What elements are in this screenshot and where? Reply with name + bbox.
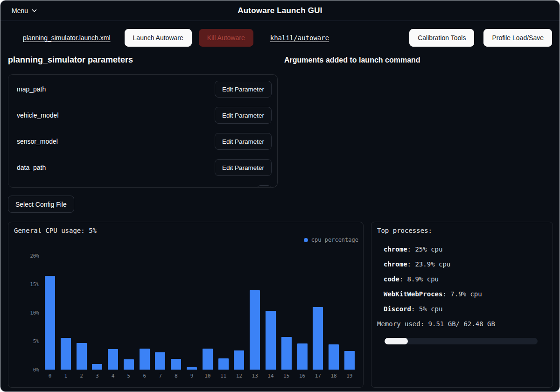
cpu-bar-column: 15 bbox=[281, 256, 292, 370]
parameter-row: sensor_model Edit Parameter bbox=[8, 128, 277, 154]
cpu-bar bbox=[77, 343, 87, 370]
x-axis-tick-label: 7 bbox=[159, 373, 162, 379]
process-item: WebKitWebProces: 7.9% cpu bbox=[384, 287, 547, 301]
parameter-row: data_path Edit Parameter bbox=[8, 154, 277, 181]
process-item: code: 8.9% cpu bbox=[384, 272, 547, 287]
process-detail: : 25% cpu bbox=[407, 245, 443, 253]
cpu-bar bbox=[61, 338, 71, 370]
arguments-section-title: Arguments added to launch command bbox=[284, 56, 420, 64]
cpu-bar bbox=[281, 337, 292, 370]
toolbar: planning_simulator.launch.xml Launch Aut… bbox=[0, 29, 560, 47]
top-processes-card: Top processes: chrome: 25% cpu chrome: 2… bbox=[371, 222, 553, 388]
process-name: code bbox=[384, 275, 399, 283]
process-name: chrome bbox=[384, 260, 407, 268]
cpu-bar-column: 7 bbox=[155, 256, 165, 370]
x-axis-tick-label: 18 bbox=[330, 373, 336, 379]
cpu-bar-column: 17 bbox=[313, 256, 323, 370]
cpu-bar bbox=[297, 343, 308, 370]
process-item: chrome: 23.9% cpu bbox=[384, 257, 547, 272]
x-axis-tick-label: 12 bbox=[236, 373, 242, 379]
cpu-bar bbox=[171, 359, 181, 370]
cpu-bar bbox=[250, 290, 260, 370]
parameter-row: vehicle_model Edit Parameter bbox=[8, 102, 277, 128]
top-processes-title: Top processes: bbox=[377, 227, 432, 234]
x-axis-tick-label: 17 bbox=[315, 373, 321, 379]
cpu-bar bbox=[45, 276, 55, 370]
calibration-tools-button[interactable]: Calibration Tools bbox=[409, 29, 474, 47]
y-axis-tick-label: 10% bbox=[30, 310, 39, 316]
x-axis-tick-label: 2 bbox=[80, 373, 83, 379]
cpu-bar bbox=[124, 359, 134, 370]
y-axis-tick-label: 5% bbox=[33, 338, 39, 344]
x-axis-tick-label: 9 bbox=[190, 373, 194, 379]
parameters-section-title: planning_simulator parameters bbox=[8, 55, 133, 65]
parameter-label: data_path bbox=[17, 164, 46, 171]
cpu-bar bbox=[313, 307, 323, 370]
select-config-file-button[interactable]: Select Config File bbox=[8, 196, 74, 213]
process-name: Discord bbox=[384, 305, 411, 313]
x-axis-tick-label: 1 bbox=[64, 373, 67, 379]
parameter-label: sensor_model bbox=[17, 138, 58, 145]
cpu-bar bbox=[155, 352, 165, 370]
repo-link[interactable]: khalil/autoware bbox=[270, 34, 329, 42]
cpu-bar-column: 2 bbox=[77, 256, 87, 370]
x-axis-tick-label: 4 bbox=[112, 373, 115, 379]
cpu-bar-column: 13 bbox=[250, 256, 260, 370]
app-title: Autoware Launch GUI bbox=[0, 6, 560, 15]
x-axis-tick-label: 16 bbox=[299, 373, 305, 379]
cpu-bar-column: 18 bbox=[329, 256, 339, 370]
app-window: Autoware Launch GUI Menu planning_simula… bbox=[0, 0, 560, 392]
parameter-label: map_path bbox=[17, 85, 46, 93]
memory-used-label: Memory used: 9.51 GB/ 62.48 GB bbox=[377, 320, 495, 328]
cpu-bar-column: 6 bbox=[140, 256, 150, 370]
cpu-bar-column: 19 bbox=[344, 256, 355, 370]
edit-parameter-button[interactable]: Edit Parameter bbox=[215, 81, 272, 98]
memory-progress-fill bbox=[385, 338, 408, 344]
edit-parameter-button[interactable]: Edit Parameter bbox=[215, 107, 272, 124]
x-axis-tick-label: 5 bbox=[127, 373, 131, 379]
process-detail: : 5% cpu bbox=[411, 305, 442, 313]
x-axis-tick-label: 0 bbox=[49, 373, 52, 379]
launch-file-link[interactable]: planning_simulator.launch.xml bbox=[23, 34, 111, 42]
edit-parameter-button[interactable]: Edit Parameter bbox=[215, 133, 272, 150]
cpu-bar-column: 11 bbox=[218, 256, 229, 370]
parameter-row: map_path Edit Parameter bbox=[8, 76, 277, 102]
process-name: chrome bbox=[384, 245, 407, 253]
edit-parameter-button[interactable] bbox=[257, 185, 272, 188]
x-axis-tick-label: 19 bbox=[346, 373, 352, 379]
kill-autoware-button[interactable]: Kill Autoware bbox=[199, 29, 253, 47]
process-detail: : 7.9% cpu bbox=[442, 290, 482, 298]
cpu-bar-column: 1 bbox=[61, 256, 71, 370]
cpu-bar bbox=[266, 311, 276, 370]
profile-load-save-button[interactable]: Profile Load/Save bbox=[483, 29, 552, 47]
cpu-bar-column: 5 bbox=[124, 256, 134, 370]
x-axis-tick-label: 8 bbox=[175, 373, 178, 379]
cpu-bar-column: 12 bbox=[234, 256, 244, 370]
chart-legend: cpu percentage bbox=[304, 237, 358, 243]
y-axis-tick-label: 15% bbox=[30, 281, 39, 287]
header: Autoware Launch GUI Menu bbox=[0, 0, 560, 21]
chevron-down-icon bbox=[31, 7, 37, 14]
cpu-bar bbox=[234, 350, 244, 370]
edit-parameter-button[interactable]: Edit Parameter bbox=[215, 159, 272, 176]
menu-button-label: Menu bbox=[12, 7, 28, 14]
launch-autoware-button[interactable]: Launch Autoware bbox=[125, 29, 192, 47]
cpu-bar bbox=[344, 351, 355, 370]
cpu-bar-column: 3 bbox=[92, 256, 102, 370]
parameters-card: map_path Edit Parameter vehicle_model Ed… bbox=[8, 74, 278, 188]
menu-button[interactable]: Menu bbox=[12, 7, 37, 14]
cpu-bar bbox=[140, 349, 150, 370]
process-list: chrome: 25% cpu chrome: 23.9% cpu code: … bbox=[384, 242, 547, 316]
legend-dot-icon bbox=[304, 238, 308, 242]
cpu-usage-title: General CPU usage: 5% bbox=[14, 227, 97, 234]
x-axis-tick-label: 10 bbox=[204, 373, 210, 379]
x-axis-tick-label: 6 bbox=[143, 373, 146, 379]
parameter-label: vehicle_model bbox=[17, 112, 59, 119]
cpu-bar-column: 9 bbox=[187, 256, 197, 370]
legend-label: cpu percentage bbox=[311, 237, 358, 243]
cpu-bar bbox=[329, 344, 339, 370]
y-axis-tick-label: 20% bbox=[30, 253, 39, 259]
cpu-bars: 012345678910111213141516171819 bbox=[45, 256, 355, 370]
x-axis-tick-label: 14 bbox=[267, 373, 273, 379]
cpu-bar-column: 16 bbox=[297, 256, 308, 370]
